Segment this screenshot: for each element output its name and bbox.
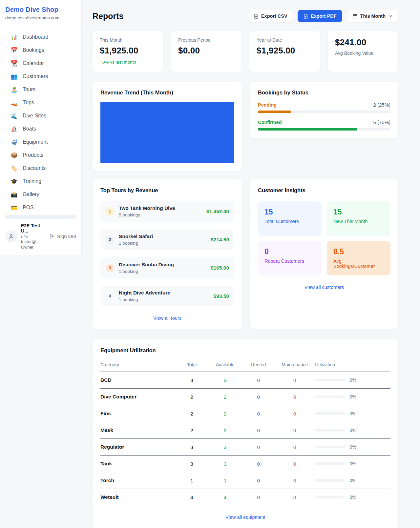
status-label: Pending [258, 102, 277, 108]
utilization-percent: 0% [349, 411, 356, 416]
tour-bookings: 5 bookings [119, 213, 175, 217]
status-count: 6 (75%) [373, 119, 390, 125]
sidebar-item-customers[interactable]: 👥 Customers [3, 70, 79, 83]
cell-rented: 0 [242, 456, 274, 472]
sidebar-item-equipment[interactable]: 🤿 Equipment [3, 135, 79, 149]
customer-insights-title: Customer Insights [258, 187, 390, 193]
cell-total: 1 [176, 472, 208, 489]
sidebar-item-dive-sites[interactable]: 🌊 Dive Sites [3, 109, 79, 122]
credit-card-icon: 💳 [10, 204, 18, 211]
table-row: BCD 3 3 0 0 0% [100, 372, 390, 389]
island-icon: 🏝️ [10, 86, 18, 93]
camera-icon: 📸 [10, 191, 18, 198]
equipment-table: Category Total Available Rented Maintena… [100, 357, 390, 505]
bookings-calendar-icon: 📅 [10, 47, 18, 53]
cell-available: 4 [208, 489, 242, 506]
sidebar-item-label: Boats [23, 126, 36, 132]
user-panel: E2E Test U... e2e-tester@... Owner Sign … [0, 219, 81, 255]
cell-maintenance: 0 [274, 489, 315, 506]
cell-total: 3 [176, 372, 208, 389]
cell-maintenance: 0 [274, 405, 315, 422]
revenue-trend-chart [100, 102, 234, 163]
graduation-cap-icon: 🎓 [10, 178, 18, 185]
stat-value: $1,925.00 [257, 46, 313, 56]
export-pdf-label: Export PDF [311, 13, 337, 19]
cell-category: Wetsuit [100, 489, 176, 506]
bookings-by-status-card: Bookings by Status Pending 2 (25%) Confi… [250, 82, 398, 138]
sailboat-icon: ⛵ [10, 126, 18, 132]
tour-name: Discover Scuba Diving [119, 262, 174, 268]
stat-label: Previous Period [178, 37, 234, 43]
view-all-tours-link[interactable]: View all tours [153, 315, 181, 321]
tour-row: 4 Night Dive Adventure 1 booking $93.50 [100, 286, 234, 306]
top-tours-card: Top Tours by Revenue 1 Two Tank Morning … [93, 179, 242, 329]
sidebar-item-reports-partial[interactable] [5, 215, 76, 219]
insights-row: Top Tours by Revenue 1 Two Tank Morning … [93, 179, 398, 329]
tour-amount: $93.50 [214, 293, 229, 299]
person-icon [8, 234, 14, 239]
main-content: Reports Export CSV Export PDF [82, 0, 420, 528]
table-row: Dive Computer 2 2 0 0 0% [100, 389, 390, 405]
cell-available: 1 [208, 472, 242, 489]
equipment-utilization-title: Equipment Utilization [100, 347, 390, 354]
export-csv-button[interactable]: Export CSV [248, 10, 293, 22]
tile-label: New This Month [333, 219, 384, 224]
cell-maintenance: 0 [274, 456, 315, 472]
sidebar-item-trips[interactable]: 🚤 Trips [3, 96, 79, 109]
user-role: Owner [21, 245, 45, 250]
tour-row: 1 Two Tank Morning Dive 5 bookings $1,45… [100, 201, 234, 222]
view-all-customers-link[interactable]: View all customers [304, 285, 344, 290]
progress-track [258, 111, 390, 113]
sidebar-item-discounts[interactable]: 🏷️ Discounts [3, 162, 79, 175]
sidebar-item-calendar[interactable]: 📆 Calendar [3, 57, 79, 70]
sidebar-item-bookings[interactable]: 📅 Bookings [3, 44, 79, 57]
utilization-meter: 0% [315, 377, 390, 383]
sidebar-item-label: Customers [23, 73, 48, 79]
cell-category: Regulator [100, 439, 176, 456]
period-dropdown[interactable]: This Month [347, 10, 398, 22]
customers-icon: 👥 [10, 73, 18, 80]
sidebar-item-products[interactable]: 📦 Products [3, 149, 79, 162]
cell-category: Tank [100, 456, 176, 472]
table-row: Wetsuit 4 4 0 0 0% [100, 489, 390, 506]
dashboard-icon: 📊 [10, 34, 18, 40]
cell-maintenance: 0 [274, 422, 315, 439]
sidebar-item-training[interactable]: 🎓 Training [3, 175, 79, 188]
sidebar-item-boats[interactable]: ⛵ Boats [3, 122, 79, 135]
sidebar-item-label: Training [23, 178, 41, 184]
sidebar-item-label: Discounts [23, 165, 46, 171]
tour-name: Two Tank Morning Dive [119, 205, 175, 211]
brand-name[interactable]: Demo Dive Shop [5, 6, 76, 13]
user-info: E2E Test U... e2e-tester@... Owner [21, 223, 45, 250]
cell-available: 2 [208, 389, 242, 405]
tile-label: Total Customers [264, 219, 315, 224]
sign-out-button[interactable]: Sign Out [49, 234, 76, 239]
stat-value: $1,925.00 [100, 46, 156, 56]
stat-label: This Month [100, 37, 156, 43]
view-all-equipment-link[interactable]: View all equipment [225, 515, 265, 520]
progress-fill [258, 111, 291, 113]
table-row: Fins 2 2 0 0 0% [100, 405, 390, 422]
sidebar-item-label: Tours [23, 87, 35, 92]
sidebar-item-dashboard[interactable]: 📊 Dashboard [3, 30, 79, 44]
cell-total: 3 [176, 439, 208, 456]
export-pdf-button[interactable]: Export PDF [298, 10, 342, 22]
sidebar-item-label: Gallery [23, 192, 39, 197]
progress-fill [258, 128, 357, 131]
sidebar-item-gallery[interactable]: 📸 Gallery [3, 188, 79, 201]
stat-label: Year to Date [257, 37, 313, 43]
cell-total: 2 [176, 405, 208, 422]
bookings-by-status-title: Bookings by Status [258, 90, 390, 96]
cell-total: 2 [176, 389, 208, 405]
sidebar-item-tours[interactable]: 🏝️ Tours [3, 83, 79, 96]
tile-label: Avg Bookings/Customer [333, 258, 384, 269]
tour-name: Snorkel Safari [119, 234, 153, 239]
tour-amount: $214.50 [211, 237, 229, 243]
utilization-meter: 0% [315, 461, 390, 466]
cell-maintenance: 0 [274, 372, 315, 389]
sidebar-item-pos[interactable]: 💳 POS [3, 201, 79, 214]
tour-amount: $1,452.00 [206, 209, 229, 214]
cell-rented: 0 [242, 489, 274, 506]
status-label: Confirmed [258, 120, 282, 125]
sidebar-item-label: Bookings [23, 47, 44, 53]
